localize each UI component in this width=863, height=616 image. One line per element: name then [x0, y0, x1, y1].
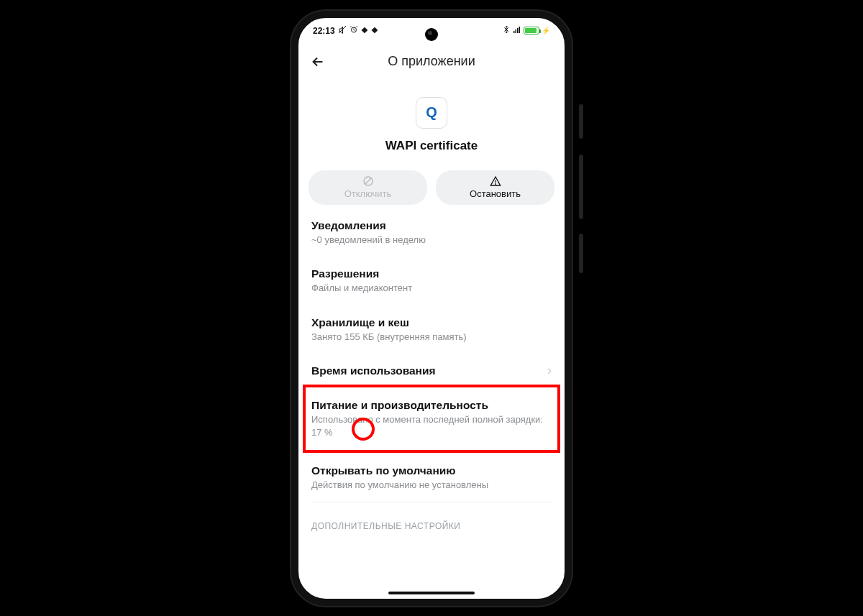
list-item-permissions[interactable]: Разрешения Файлы и медиаконтент: [311, 256, 552, 305]
disable-button: Отключить: [309, 170, 427, 205]
item-title: Питание и производительность: [311, 399, 552, 412]
stop-label: Остановить: [470, 188, 521, 199]
item-sub: Занято 155 КБ (внутренняя память): [311, 331, 552, 344]
mute-icon: [338, 25, 347, 36]
phone-frame: 22:13 ❖ ❖ ⚡: [291, 11, 572, 606]
item-title: Уведомления: [311, 219, 552, 232]
home-indicator[interactable]: [388, 592, 475, 594]
charge-icon: ⚡: [542, 27, 550, 35]
item-sub: Использовано с момента последней полной …: [311, 413, 552, 438]
item-title: Открывать по умолчанию: [311, 464, 552, 477]
battery-icon: [524, 27, 539, 35]
svg-line-7: [365, 178, 371, 184]
stop-button[interactable]: Остановить: [436, 170, 554, 205]
svg-rect-3: [516, 29, 517, 33]
back-button[interactable]: [310, 54, 326, 70]
list-item-usage-time[interactable]: Время использования ›: [311, 353, 552, 387]
app-name: WAPI certificate: [385, 139, 478, 153]
page-title: О приложении: [388, 54, 475, 69]
signal-icon: [513, 25, 521, 36]
bluetooth-icon: [502, 25, 511, 36]
disable-icon: [362, 175, 374, 188]
phone-side-button: [579, 234, 583, 273]
svg-point-9: [495, 184, 496, 185]
phone-side-button: [579, 104, 583, 139]
misc-icon: ❖: [371, 26, 378, 35]
list-item-notifications[interactable]: Уведомления ~0 уведомлений в неделю: [311, 208, 552, 257]
list-item-power[interactable]: Питание и производительность Использован…: [311, 387, 552, 449]
list-item-storage[interactable]: Хранилище и кеш Занято 155 КБ (внутрення…: [311, 305, 552, 354]
warning-icon: [490, 175, 501, 188]
item-sub: Файлы и медиаконтент: [311, 282, 552, 295]
alarm-icon: [350, 25, 358, 36]
action-row: Отключить Остановить: [298, 165, 565, 208]
chevron-right-icon: ›: [547, 363, 552, 378]
list-item-default-open[interactable]: Открывать по умолчанию Действия по умолч…: [311, 453, 552, 502]
app-icon: Q: [416, 97, 447, 129]
phone-side-button: [579, 155, 583, 219]
misc-icon: ❖: [361, 26, 368, 35]
camera-cutout: [425, 28, 438, 41]
item-title: Время использования: [311, 364, 552, 377]
item-title: Хранилище и кеш: [311, 316, 552, 329]
item-sub: ~0 уведомлений в неделю: [311, 234, 552, 247]
svg-rect-5: [519, 27, 521, 33]
disable-label: Отключить: [344, 188, 392, 199]
app-info-block: Q WAPI certificate: [298, 84, 565, 165]
svg-rect-4: [517, 28, 519, 33]
settings-list: Уведомления ~0 уведомлений в неделю Разр…: [298, 208, 565, 531]
item-title: Разрешения: [311, 267, 552, 280]
header: О приложении: [298, 44, 565, 84]
section-label: ДОПОЛНИТЕЛЬНЫЕ НАСТРОЙКИ: [311, 502, 552, 531]
status-time: 22:13: [313, 26, 335, 36]
svg-rect-2: [513, 31, 515, 33]
item-sub: Действия по умолчанию не установлены: [311, 479, 552, 492]
